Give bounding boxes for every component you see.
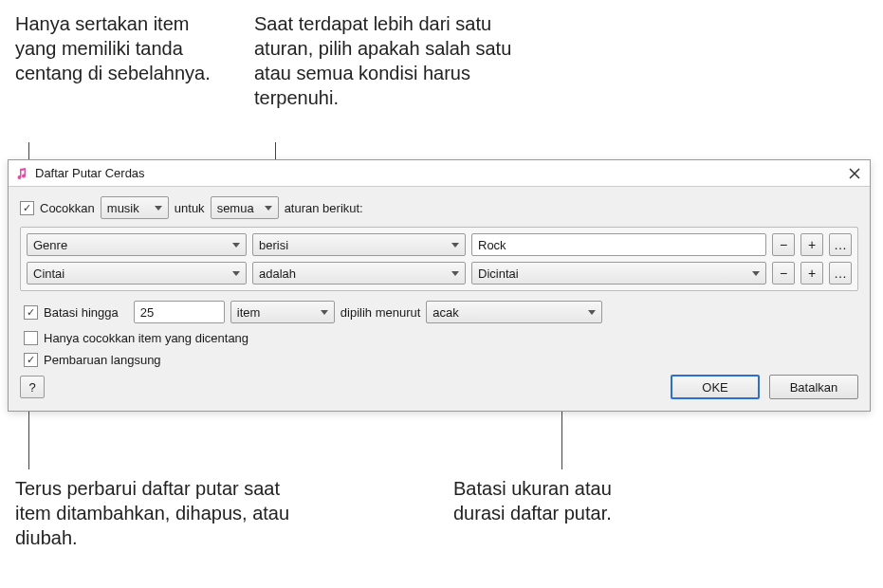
dialog-footer: ? OKE Batalkan bbox=[20, 375, 858, 399]
rule-remove-button[interactable]: − bbox=[772, 262, 795, 285]
titlebar: Daftar Putar Cerdas bbox=[9, 160, 870, 187]
live-update-checkbox[interactable] bbox=[24, 353, 38, 367]
only-checked-label: Hanya cocokkan item yang dicentang bbox=[44, 331, 248, 345]
rule-add-button[interactable]: + bbox=[800, 262, 823, 285]
limit-selectedby-select[interactable]: acak bbox=[426, 301, 602, 323]
callout-limit: Batasi ukuran atau durasi daftar putar. bbox=[453, 476, 643, 525]
limit-row: Batasi hingga 25 item dipilih menurut ac… bbox=[20, 301, 858, 323]
close-button[interactable] bbox=[845, 164, 864, 183]
dialog-title: Daftar Putar Cerdas bbox=[35, 166, 145, 180]
limit-unit-value: item bbox=[237, 305, 261, 320]
match-row: Cocokkan musik untuk semua aturan beriku… bbox=[20, 196, 858, 219]
media-type-value: musik bbox=[107, 201, 139, 215]
rule-row: Genre berisi Rock − + … bbox=[27, 233, 852, 256]
rule-operator-value: adalah bbox=[259, 266, 296, 281]
limit-checkbox[interactable] bbox=[24, 305, 38, 320]
rule-field-select[interactable]: Cintai bbox=[27, 262, 247, 285]
rule-more-button[interactable]: … bbox=[829, 233, 852, 256]
rules-container: Genre berisi Rock − + … Cintai adalah Di… bbox=[20, 227, 858, 291]
match-for-text: untuk bbox=[175, 201, 205, 215]
rule-field-select[interactable]: Genre bbox=[27, 233, 247, 256]
rule-operator-select[interactable]: berisi bbox=[252, 233, 466, 256]
rule-more-button[interactable]: … bbox=[829, 262, 852, 285]
rule-value-input[interactable]: Rock bbox=[471, 233, 766, 256]
callout-match-mode: Saat terdapat lebih dari satu aturan, pi… bbox=[254, 11, 539, 110]
rule-field-value: Cintai bbox=[33, 266, 64, 281]
limit-selectedby-value: acak bbox=[432, 305, 458, 320]
only-checked-checkbox[interactable] bbox=[24, 331, 38, 345]
rule-remove-button[interactable]: − bbox=[772, 233, 795, 256]
limit-selectedby-text: dipilih menurut bbox=[340, 305, 421, 320]
callout-live-update: Terus perbarui daftar putar saat item di… bbox=[15, 476, 300, 550]
limit-label: Batasi hingga bbox=[44, 305, 119, 320]
live-update-label: Pembaruan langsung bbox=[44, 353, 161, 367]
limit-unit-select[interactable]: item bbox=[230, 301, 335, 323]
match-mode-select[interactable]: semua bbox=[211, 196, 279, 219]
smart-playlist-dialog: Daftar Putar Cerdas Cocokkan musik untuk… bbox=[8, 159, 871, 412]
match-mode-value: semua bbox=[217, 201, 254, 215]
callout-only-checked: Hanya sertakan item yang memiliki tanda … bbox=[15, 11, 233, 85]
limit-amount-value: 25 bbox=[140, 305, 154, 320]
only-checked-row: Hanya cocokkan item yang dicentang bbox=[20, 331, 858, 345]
match-label: Cocokkan bbox=[40, 201, 95, 215]
close-icon bbox=[849, 168, 860, 179]
live-update-row: Pembaruan langsung bbox=[20, 353, 858, 367]
cancel-button[interactable]: Batalkan bbox=[769, 375, 858, 399]
rule-value-select[interactable]: Dicintai bbox=[471, 262, 766, 285]
music-note-icon bbox=[14, 166, 29, 181]
rule-operator-select[interactable]: adalah bbox=[252, 262, 466, 285]
dialog-body: Cocokkan musik untuk semua aturan beriku… bbox=[9, 187, 870, 411]
rule-add-button[interactable]: + bbox=[800, 233, 823, 256]
media-type-select[interactable]: musik bbox=[101, 196, 169, 219]
rule-operator-value: berisi bbox=[259, 238, 288, 252]
rule-row: Cintai adalah Dicintai − + … bbox=[27, 262, 852, 285]
ok-button[interactable]: OKE bbox=[671, 375, 760, 399]
rule-value-text: Rock bbox=[478, 238, 506, 252]
match-checkbox[interactable] bbox=[20, 201, 34, 215]
match-suffix-text: aturan berikut: bbox=[285, 201, 363, 215]
help-button[interactable]: ? bbox=[20, 376, 45, 398]
rule-value-text: Dicintai bbox=[478, 266, 519, 281]
rule-field-value: Genre bbox=[33, 238, 67, 252]
limit-amount-input[interactable]: 25 bbox=[134, 301, 225, 323]
